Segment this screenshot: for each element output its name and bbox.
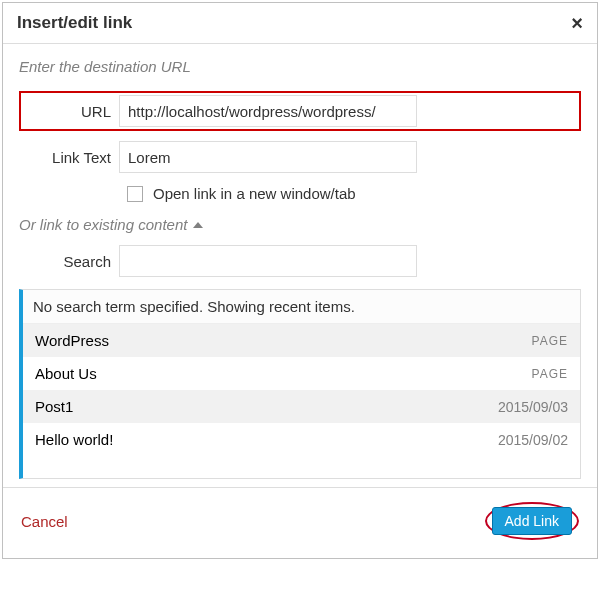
results-box: No search term specified. Showing recent… [19,289,581,479]
dialog-title: Insert/edit link [17,13,132,33]
url-input[interactable] [119,95,417,127]
linktext-label: Link Text [19,149,119,166]
result-item[interactable]: Post12015/09/03 [23,390,580,423]
url-label: URL [23,103,119,120]
search-input[interactable] [119,245,417,277]
result-meta: 2015/09/02 [498,432,568,448]
result-title: Post1 [35,398,73,415]
url-row-highlight: URL [19,91,581,131]
result-meta: PAGE [532,334,568,348]
cancel-button[interactable]: Cancel [21,513,68,530]
dialog-header: Insert/edit link × [3,3,597,44]
newtab-row: Open link in a new window/tab [127,185,581,202]
newtab-label: Open link in a new window/tab [153,185,356,202]
result-meta: 2015/09/03 [498,399,568,415]
results-list: WordPressPAGEAbout UsPAGEPost12015/09/03… [23,324,580,456]
close-icon[interactable]: × [571,13,583,33]
result-title: WordPress [35,332,109,349]
result-meta: PAGE [532,367,568,381]
search-label: Search [19,253,119,270]
insert-link-dialog: Insert/edit link × Enter the destination… [2,2,598,559]
result-item[interactable]: About UsPAGE [23,357,580,390]
result-title: Hello world! [35,431,113,448]
add-link-button[interactable]: Add Link [492,507,572,535]
result-item[interactable]: WordPressPAGE [23,324,580,357]
result-item[interactable]: Hello world!2015/09/02 [23,423,580,456]
caret-up-icon [193,222,203,228]
results-notice: No search term specified. Showing recent… [23,290,580,324]
linktext-input[interactable] [119,141,417,173]
submit-highlight: Add Link [485,502,579,540]
dialog-footer: Cancel Add Link [3,487,597,558]
existing-content-toggle[interactable]: Or link to existing content [19,216,581,233]
newtab-checkbox[interactable] [127,186,143,202]
dialog-body: Enter the destination URL URL Link Text … [3,44,597,487]
existing-toggle-label: Or link to existing content [19,216,187,233]
result-title: About Us [35,365,97,382]
destination-hint: Enter the destination URL [19,58,581,75]
